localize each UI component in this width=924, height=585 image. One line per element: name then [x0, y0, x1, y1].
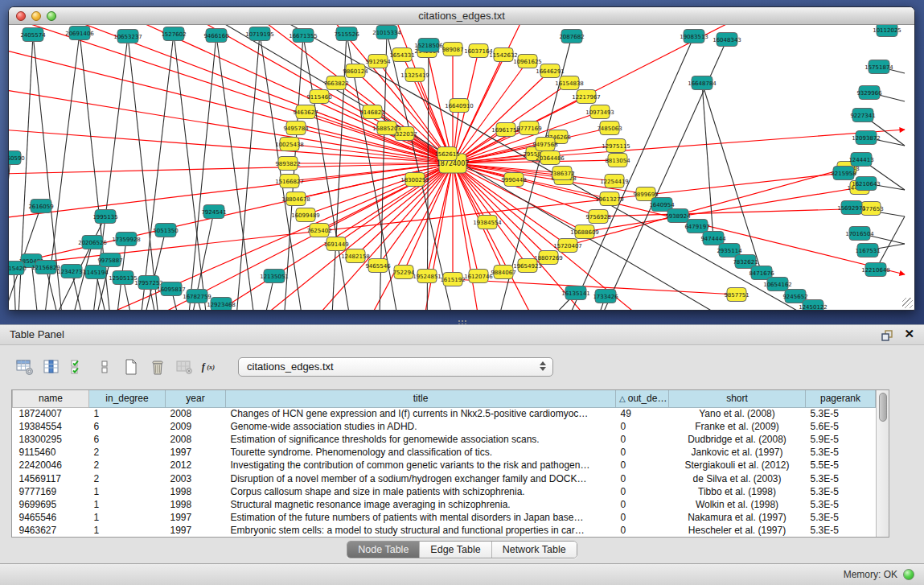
function-builder-icon[interactable]: f(x)	[200, 356, 221, 377]
graph-node[interactable]: 1615192	[440, 273, 465, 286]
table-cell-pagerank[interactable]: 5.6E-5	[806, 420, 876, 433]
table-cell-out_degree[interactable]: 0	[616, 459, 669, 472]
table-row[interactable]: 1938455462009Genome-wide association stu…	[13, 420, 876, 433]
graph-node[interactable]: 16646291	[536, 64, 565, 78]
graph-node[interactable]: 989087	[442, 43, 464, 56]
graph-node[interactable]: 12482158	[341, 249, 370, 263]
graph-node[interactable]: 9466160	[203, 29, 228, 43]
table-cell-year[interactable]: 1997	[166, 524, 226, 537]
table-cell-year[interactable]: 2003	[166, 472, 226, 484]
table-cell-name[interactable]: 9115460	[13, 446, 89, 459]
graph-node[interactable]: 21015334	[372, 26, 401, 39]
table-row[interactable]: 969969511998Structural magnetic resonanc…	[13, 498, 876, 511]
graph-node[interactable]: 19524851	[413, 270, 441, 283]
column-header-pagerank[interactable]: pagerank	[806, 390, 876, 407]
graph-node[interactable]: 16671355	[289, 29, 318, 43]
table-row[interactable]: 977716911998Corpus callosum shape and si…	[13, 485, 876, 498]
table-cell-year[interactable]: 2009	[166, 420, 226, 433]
table-cell-in_degree[interactable]: 1	[89, 498, 166, 511]
graph-node[interactable]: 2616059	[28, 200, 53, 213]
table-cell-year[interactable]: 1998	[166, 485, 226, 498]
table-cell-short[interactable]: Yano et al. (2008)	[669, 407, 806, 420]
graph-node[interactable]: 20160590	[9, 151, 25, 165]
table-cell-short[interactable]: de Silva et al. (2003)	[669, 472, 806, 484]
graph-node[interactable]: 1145194	[83, 266, 109, 279]
graph-node[interactable]: 10112025	[873, 25, 901, 37]
graph-node[interactable]: 9777169	[516, 122, 541, 135]
graph-node[interactable]: 16648784	[688, 76, 717, 90]
graph-node[interactable]: 9474444	[700, 232, 726, 245]
column-header-title[interactable]: title	[226, 390, 616, 407]
select-rows-check-icon[interactable]	[68, 356, 88, 377]
graph-node[interactable]: 9884067	[491, 266, 515, 279]
row-height-icon[interactable]	[94, 356, 115, 377]
graph-node[interactable]: 1244413	[848, 153, 873, 167]
table-cell-name[interactable]: 14569117	[13, 472, 89, 484]
table-cell-pagerank[interactable]: 5.3E-5	[806, 511, 876, 524]
table-cell-short[interactable]: Franke et al. (2009)	[669, 420, 806, 433]
table-cell-pagerank[interactable]: 5.3E-5	[806, 446, 876, 459]
network-window-titlebar[interactable]: citations_edges.txt	[9, 7, 914, 25]
table-cell-out_degree[interactable]: 0	[616, 472, 669, 484]
column-header-out_degree[interactable]: △out_de…	[616, 390, 669, 407]
table-row[interactable]: 1872400712008Changes of HCN gene express…	[13, 407, 876, 420]
table-cell-title[interactable]: Embryonic stem cells: a model to study s…	[226, 524, 616, 537]
graph-node[interactable]: 12923468	[207, 298, 236, 311]
table-cell-pagerank[interactable]: 5.9E-5	[806, 433, 876, 446]
column-header-short[interactable]: short	[669, 390, 806, 407]
graph-node[interactable]: 12450122	[799, 300, 827, 311]
graph-node[interactable]: 10654162	[763, 278, 792, 291]
graph-node[interactable]: 10719195	[245, 27, 274, 41]
table-cell-title[interactable]: Genome-wide association studies in ADHD.	[226, 420, 616, 433]
table-cell-pagerank[interactable]: 5.3E-5	[806, 524, 876, 537]
graph-node[interactable]: 17359928	[112, 233, 141, 246]
table-cell-out_degree[interactable]: 0	[616, 433, 669, 446]
graph-node[interactable]: 15720407	[553, 239, 582, 253]
select-columns-icon[interactable]	[41, 356, 62, 377]
table-cell-out_degree[interactable]: 49	[616, 407, 669, 420]
table-row[interactable]: 2242004622012Investigating the contribut…	[13, 459, 876, 472]
network-canvas[interactable]: 1872400788130541225441919613279975692810…	[9, 25, 914, 310]
graph-node[interactable]: 11325419	[400, 68, 429, 82]
graph-node[interactable]: 15751874	[864, 60, 893, 74]
table-cell-title[interactable]: Estimation of significance thresholds fo…	[226, 433, 616, 446]
table-cell-pagerank[interactable]: 5.3E-5	[806, 485, 876, 498]
table-cell-in_degree[interactable]: 6	[89, 433, 166, 446]
column-header-in_degree[interactable]: in_degree	[89, 390, 166, 407]
window-resize-grip[interactable]	[902, 298, 913, 308]
graph-node[interactable]: 12210648	[861, 263, 890, 277]
graph-node[interactable]: 16210643	[852, 177, 881, 191]
graph-node[interactable]: 12156829	[31, 261, 60, 274]
table-cell-in_degree[interactable]: 6	[89, 420, 166, 433]
graph-node[interactable]: 9227341	[850, 109, 875, 122]
delete-table-disabled-icon[interactable]	[174, 356, 195, 377]
table-cell-short[interactable]: Jankovic et al. (1997)	[669, 446, 806, 459]
graph-node[interactable]: 1654331	[389, 48, 414, 62]
graph-node[interactable]: 19384554	[473, 216, 502, 229]
table-cell-year[interactable]: 2012	[166, 459, 226, 472]
graph-node[interactable]: 12093872	[852, 131, 881, 145]
table-cell-short[interactable]: Tibbo et al. (1998)	[669, 485, 806, 498]
table-cell-pagerank[interactable]: 5.3E-5	[806, 498, 876, 511]
table-row[interactable]: 1456911722003Disruption of a novel membe…	[13, 472, 876, 484]
graph-node[interactable]: 10025438	[275, 138, 304, 151]
table-cell-title[interactable]: Tourette syndrome. Phenomenology and cla…	[226, 446, 616, 459]
table-cell-out_degree[interactable]: 0	[616, 485, 669, 498]
table-cell-year[interactable]: 1997	[166, 511, 226, 524]
graph-node[interactable]: 12342737	[57, 265, 86, 278]
graph-node[interactable]: 1562615	[434, 147, 459, 161]
graph-node[interactable]: 9497568	[532, 138, 557, 151]
table-row[interactable]: 946362711997Embryonic stem cells: a mode…	[13, 524, 876, 537]
tab-network-table[interactable]: Network Table	[491, 542, 577, 558]
graph-node[interactable]: 16099489	[291, 208, 320, 222]
table-options-icon[interactable]	[14, 356, 35, 377]
graph-node[interactable]: 9463627	[293, 105, 318, 119]
graph-node[interactable]: 16135141	[561, 286, 590, 300]
graph-node[interactable]: 20691406	[65, 27, 94, 40]
table-cell-out_degree[interactable]: 0	[616, 446, 669, 459]
table-cell-year[interactable]: 2008	[166, 433, 226, 446]
table-cell-in_degree[interactable]: 2	[89, 446, 166, 459]
graph-node[interactable]: 9857751	[724, 288, 749, 302]
table-cell-in_degree[interactable]: 1	[89, 511, 166, 524]
close-panel-icon[interactable]: ✕	[904, 327, 914, 341]
